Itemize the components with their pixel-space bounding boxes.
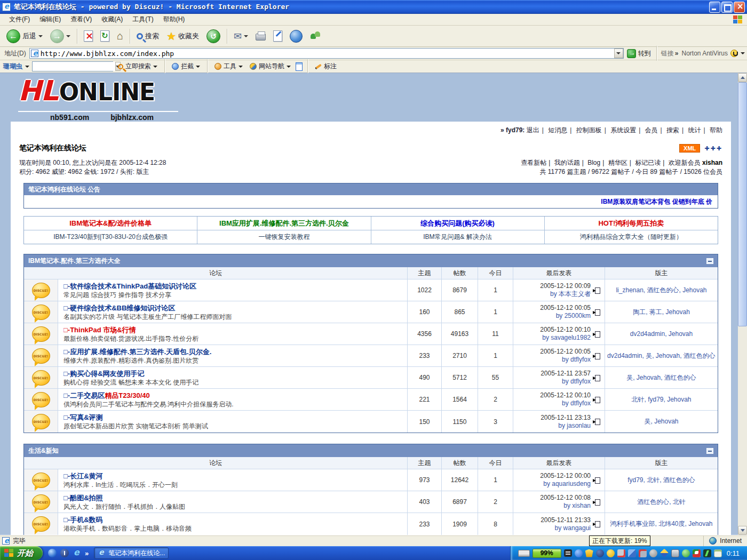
shield-icon[interactable] (585, 549, 593, 557)
minimize-button[interactable] (709, 2, 720, 13)
internet-explorer-icon[interactable] (73, 549, 81, 557)
scroll-down-button[interactable] (738, 526, 747, 535)
tray-icon-gray[interactable] (649, 549, 657, 557)
go-to-last-post-icon[interactable] (593, 396, 600, 403)
quicklink-buying-faq[interactable]: 综合购买问题(购买必读) (420, 219, 495, 227)
newest-member[interactable]: xishan (702, 159, 722, 166)
forum-title-link[interactable]: □-软件综合技术&ThinkPad基础知识讨论区 (63, 282, 405, 291)
lightning-tray-icon[interactable] (703, 549, 711, 557)
printer-tray-icon[interactable] (671, 549, 679, 557)
stats-link[interactable]: 统计 (688, 126, 701, 134)
forum-title-link[interactable]: □-购买心得&网友使用手记 (63, 369, 405, 378)
quicklink-sub-3[interactable]: IBM常见问题& 解决办法 (423, 233, 492, 241)
announcement-link[interactable]: IBM原装双肩笔记本背包 促销到年底 价 (601, 198, 712, 205)
discuss-button[interactable] (287, 29, 306, 44)
moderators-links[interactable]: fyd79, 北针, 酒红色的心 (627, 476, 695, 485)
moderators-links[interactable]: 陶工, 蒋工, Jehovah (633, 308, 690, 317)
blog-link[interactable]: Blog (587, 159, 600, 166)
system-settings-link[interactable]: 系统设置 (610, 126, 636, 134)
forum-title-link[interactable]: □-长江&黄河 (63, 471, 405, 481)
menu-help[interactable]: 帮助(H) (158, 14, 190, 25)
go-to-last-post-icon[interactable] (593, 331, 600, 338)
go-to-last-post-icon[interactable] (593, 353, 600, 359)
go-to-last-post-icon[interactable] (593, 418, 600, 425)
keyboard-icon[interactable] (518, 550, 530, 557)
coral-sitenav-button[interactable]: 网站导航 (248, 61, 293, 71)
moderators-links[interactable]: 北针, fyd79, Jehovah (631, 395, 691, 404)
quicklink-auction[interactable]: HOT!鸿利每周五拍卖 (598, 219, 664, 227)
collapse-icon[interactable] (706, 448, 713, 454)
quick-launch-icon[interactable] (60, 549, 69, 557)
close-button[interactable] (734, 2, 745, 13)
quick-launch-more-chevron[interactable]: » (85, 549, 89, 557)
last-post-author[interactable]: by dtflyfox (562, 378, 591, 385)
notes-tray-icon[interactable] (714, 549, 722, 557)
messages-link[interactable]: 短消息 (548, 126, 567, 134)
new-posts-link[interactable]: 查看新帖 (521, 159, 546, 166)
device-error-icon[interactable] (639, 549, 647, 557)
forum-title-link[interactable]: □-写真&评测 (63, 413, 405, 422)
forward-button[interactable] (47, 28, 74, 44)
edit-button[interactable] (270, 29, 285, 43)
coral-logo[interactable]: 珊瑚虫 (3, 62, 22, 71)
network-icon[interactable] (628, 549, 636, 557)
my-topics-link[interactable]: 我的话题 (554, 159, 580, 166)
forum-title-link[interactable]: □-二手交易区精品T23/30/40 (63, 391, 405, 400)
xml-feed-badge[interactable]: XML (679, 144, 700, 153)
links-chevron[interactable]: » (675, 50, 679, 57)
last-post-author[interactable]: by wangagui (555, 524, 591, 532)
mail-button[interactable] (231, 29, 251, 43)
address-dropdown-button[interactable] (614, 49, 623, 58)
mark-read-link[interactable]: 标记已读 (635, 159, 661, 166)
last-post-author[interactable]: by aquariusdeng (543, 480, 591, 487)
go-to-last-post-icon[interactable] (593, 374, 600, 381)
norton-tray-icon[interactable] (607, 549, 615, 557)
site-logo[interactable]: HLONLINE nb591.combjbhlzx.com (18, 78, 738, 122)
scrollbar-thumb[interactable] (738, 82, 747, 326)
coral-search-button[interactable]: 立即搜索 (116, 61, 160, 71)
favorites-button[interactable]: 收藏夹 (163, 29, 202, 44)
tray-info-icon[interactable] (596, 549, 604, 557)
norton-antivirus-button[interactable]: Norton AntiVirus (682, 50, 745, 57)
forum-title-link[interactable]: □-硬件综合技术&BB维修知识讨论区 (63, 303, 405, 313)
logout-link[interactable]: 退出 (527, 126, 539, 134)
forum-title-link[interactable]: □-ThinkPad 市场&行情 (63, 325, 405, 334)
quicklink-sub-1[interactable]: IBM-T23/40新到|T30-83U-20台成色极强 (53, 233, 168, 241)
coral-note-button[interactable]: 标注 (313, 61, 339, 71)
welcome-new-member-link[interactable]: 欢迎新会员 (669, 159, 701, 166)
menu-tools[interactable]: 工具(T) (128, 14, 158, 25)
messenger-button[interactable] (307, 29, 326, 43)
back-button[interactable]: 后退 (3, 28, 46, 44)
moderators-links[interactable]: dv2d4admin, Jehovah (630, 330, 693, 338)
print-button[interactable] (252, 30, 269, 42)
media-player-icon[interactable] (48, 549, 57, 557)
search-button[interactable]: 搜索 (133, 30, 162, 42)
moderators-links[interactable]: 鸿利手机事业部, 北纬40度, Jehovah (610, 519, 712, 529)
chart-tray-icon[interactable] (693, 549, 701, 557)
quicklink-sub-4[interactable]: 鸿利精品综合文章大全（随时更新） (580, 233, 682, 241)
moderators-links[interactable]: 酒红色的心, 北针 (637, 498, 686, 507)
go-to-last-post-icon[interactable] (593, 521, 600, 527)
coral-block-button[interactable]: 拦截 (170, 61, 202, 71)
refresh-button[interactable] (97, 29, 113, 43)
moderators-links[interactable]: dv2d4admin, 吴, Jehovah, 酒红色的心 (607, 351, 716, 361)
history-button[interactable] (203, 28, 224, 44)
forum-title-link[interactable]: □-酷图&拍照 (63, 493, 405, 502)
taskbar-window-button[interactable]: 笔记本鸿利在线论... (94, 547, 169, 559)
members-link[interactable]: 会员 (645, 126, 658, 134)
last-post-author[interactable]: by dtflyfox (562, 356, 591, 363)
forum-title-link[interactable]: □-应用扩展.维修配件.第三方选件.天盾包.贝尔金. (63, 347, 405, 356)
last-post-author[interactable]: by xishan (563, 502, 591, 509)
go-button[interactable]: 转到 (627, 49, 651, 58)
coral-page-icon[interactable] (296, 62, 303, 71)
go-to-last-post-icon[interactable] (593, 309, 600, 316)
moderators-links[interactable]: li_zhenan, 酒红色的心, Jehovah (616, 286, 706, 295)
menu-view[interactable]: 查看(V) (66, 14, 97, 25)
battery-indicator[interactable]: 99% (533, 549, 561, 558)
antivirus-diamond-icon[interactable] (659, 549, 669, 558)
maximize-button[interactable] (721, 2, 733, 13)
coral-tools-button[interactable]: 工具 (212, 61, 245, 71)
links-menu[interactable]: 链接 (661, 49, 674, 58)
last-post-author[interactable]: by dtflyfox (562, 399, 591, 407)
last-post-author[interactable]: by jasonlau (558, 422, 591, 429)
